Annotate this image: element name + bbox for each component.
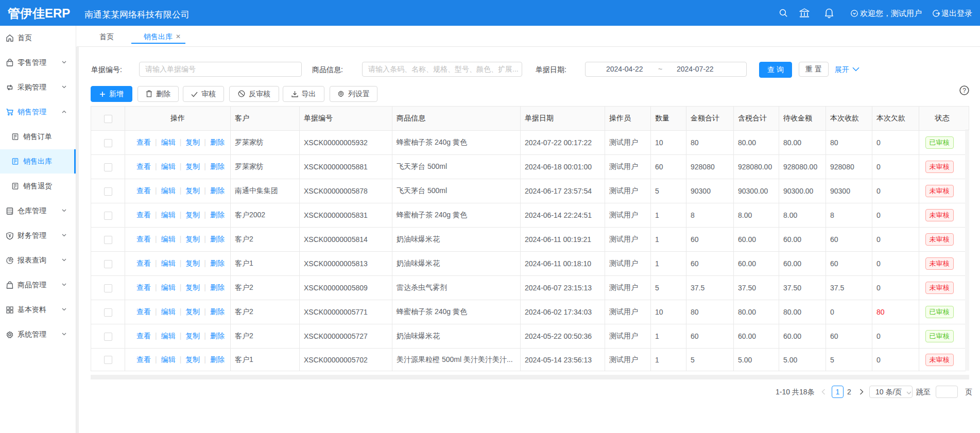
svg-text:?: ? xyxy=(962,87,966,94)
